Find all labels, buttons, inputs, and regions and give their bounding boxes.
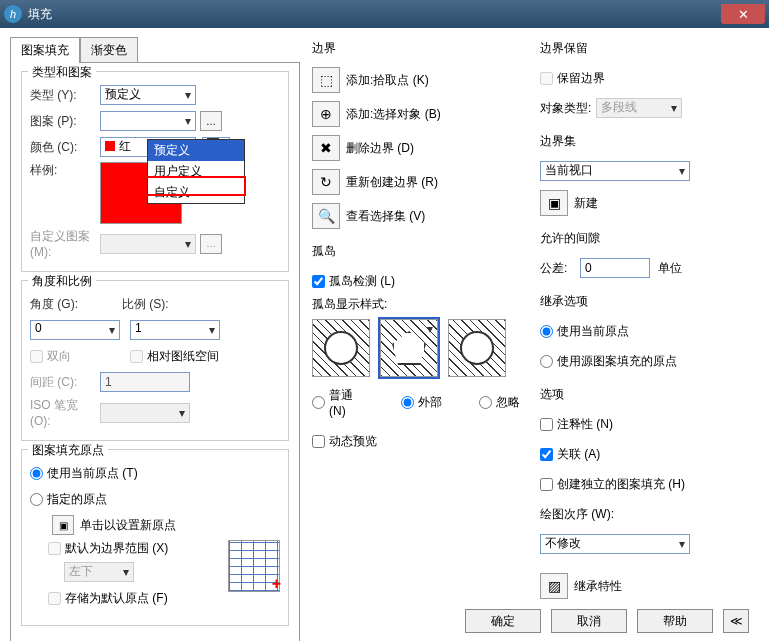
app-icon: h <box>4 5 22 23</box>
island-normal[interactable] <box>312 319 370 377</box>
angle-legend: 角度和比例 <box>28 273 96 290</box>
inherit-props-label: 继承特性 <box>574 578 622 595</box>
tol-label: 公差: <box>540 260 580 277</box>
tol-unit: 单位 <box>658 260 682 277</box>
island-style-label: 孤岛显示样式: <box>312 296 530 313</box>
set-origin-label: 单击以设置新原点 <box>80 517 176 534</box>
angle-select[interactable]: 0 <box>30 320 120 340</box>
custom-pattern-select <box>100 234 196 254</box>
origin-legend: 图案填充原点 <box>28 442 108 459</box>
options-title: 选项 <box>540 386 740 403</box>
view-selection-label: 查看选择集 (V) <box>346 208 425 225</box>
dropdown-option-predefined[interactable]: 预定义 <box>148 140 244 161</box>
island-ignore-radio[interactable]: 忽略 <box>469 387 530 418</box>
scale-label: 比例 (S): <box>122 296 192 313</box>
island-outer-radio[interactable]: 外部 <box>391 387 452 418</box>
draworder-select[interactable]: 不修改 <box>540 534 690 554</box>
dropdown-option-user[interactable]: 用户定义 <box>148 161 244 182</box>
relpaper-checkbox: 相对图纸空间 <box>130 348 219 365</box>
inherit-current-radio[interactable]: 使用当前原点 <box>540 320 740 342</box>
boundset-new-button: ▣ <box>540 190 568 216</box>
color-label: 颜色 (C): <box>30 139 100 156</box>
store-default-checkbox: 存储为默认原点 (F) <box>48 587 228 609</box>
angle-label: 角度 (G): <box>30 296 100 313</box>
add-pick-button[interactable]: ⬚ <box>312 67 340 93</box>
set-origin-button: ▣ <box>52 515 74 535</box>
inherit-title: 继承选项 <box>540 293 740 310</box>
iso-select <box>100 403 190 423</box>
window-title: 填充 <box>28 6 721 23</box>
close-button[interactable]: ✕ <box>721 4 765 24</box>
collapse-button[interactable]: ≪ <box>723 609 749 633</box>
origin-pos-select: 左下 <box>64 562 134 582</box>
boundset-select[interactable]: 当前视口 <box>540 161 690 181</box>
origin-preview <box>228 540 280 592</box>
title-bar: h 填充 ✕ <box>0 0 769 28</box>
remove-boundary-label: 删除边界 (D) <box>346 140 414 157</box>
pattern-browse-button[interactable]: … <box>200 111 222 131</box>
assoc-checkbox[interactable]: 关联 (A) <box>540 443 740 465</box>
spacing-label: 间距 (C): <box>30 374 100 391</box>
retain-boundary-checkbox: 保留边界 <box>540 67 740 89</box>
type-legend: 类型和图案 <box>28 64 96 81</box>
iso-label: ISO 笔宽 (O): <box>30 397 100 428</box>
scale-select[interactable]: 1 <box>130 320 220 340</box>
tol-input[interactable] <box>580 258 650 278</box>
default-bound-checkbox: 默认为边界范围 (X) <box>48 540 228 557</box>
type-dropdown[interactable]: 预定义 用户定义 自定义 <box>147 139 245 204</box>
remove-boundary-button[interactable]: ✖ <box>312 135 340 161</box>
recreate-boundary-button[interactable]: ↻ <box>312 169 340 195</box>
island-ignore[interactable] <box>448 319 506 377</box>
origin-specified-radio[interactable]: 指定的原点 <box>30 488 280 510</box>
view-selection-button[interactable]: 🔍 <box>312 203 340 229</box>
help-button[interactable]: 帮助 <box>637 609 713 633</box>
add-pick-label: 添加:拾取点 (K) <box>346 72 429 89</box>
objtype-label: 对象类型: <box>540 100 596 117</box>
boundary-title: 边界 <box>312 40 530 57</box>
bound-retain-title: 边界保留 <box>540 40 740 57</box>
pattern-select[interactable] <box>100 111 196 131</box>
double-checkbox: 双向 <box>30 348 100 365</box>
inherit-props-button[interactable]: ▨ <box>540 573 568 599</box>
separate-checkbox[interactable]: 创建独立的图案填充 (H) <box>540 473 740 495</box>
islands-title: 孤岛 <box>312 243 530 260</box>
draworder-label: 绘图次序 (W): <box>540 506 614 523</box>
origin-current-radio[interactable]: 使用当前原点 (T) <box>30 462 280 484</box>
dropdown-option-custom[interactable]: 自定义 <box>148 182 244 203</box>
custom-pattern-label: 自定义图案 (M): <box>30 228 100 259</box>
boundset-new-label: 新建 <box>574 195 598 212</box>
objtype-select: 多段线 <box>596 98 682 118</box>
island-normal-radio[interactable]: 普通 (N) <box>312 387 373 418</box>
ok-button[interactable]: 确定 <box>465 609 541 633</box>
pattern-label: 图案 (P): <box>30 113 100 130</box>
island-detect-checkbox[interactable]: 孤岛检测 (L) <box>312 270 530 292</box>
add-select-button[interactable]: ⊕ <box>312 101 340 127</box>
tab-gradient[interactable]: 渐变色 <box>80 37 138 63</box>
sample-label: 样例: <box>30 162 100 179</box>
type-label: 类型 (Y): <box>30 87 100 104</box>
recreate-boundary-label: 重新创建边界 (R) <box>346 174 438 191</box>
island-outer[interactable] <box>380 319 438 377</box>
inherit-source-radio[interactable]: 使用源图案填充的原点 <box>540 350 740 372</box>
type-select[interactable]: 预定义 <box>100 85 196 105</box>
annotative-checkbox[interactable]: 注释性 (N) <box>540 413 740 435</box>
tab-pattern[interactable]: 图案填充 <box>10 37 80 63</box>
boundset-title: 边界集 <box>540 133 740 150</box>
dynamic-preview-checkbox[interactable]: 动态预览 <box>312 430 530 452</box>
spacing-input <box>100 372 190 392</box>
cancel-button[interactable]: 取消 <box>551 609 627 633</box>
add-select-label: 添加:选择对象 (B) <box>346 106 441 123</box>
custom-browse-button: … <box>200 234 222 254</box>
gap-title: 允许的间隙 <box>540 230 740 247</box>
